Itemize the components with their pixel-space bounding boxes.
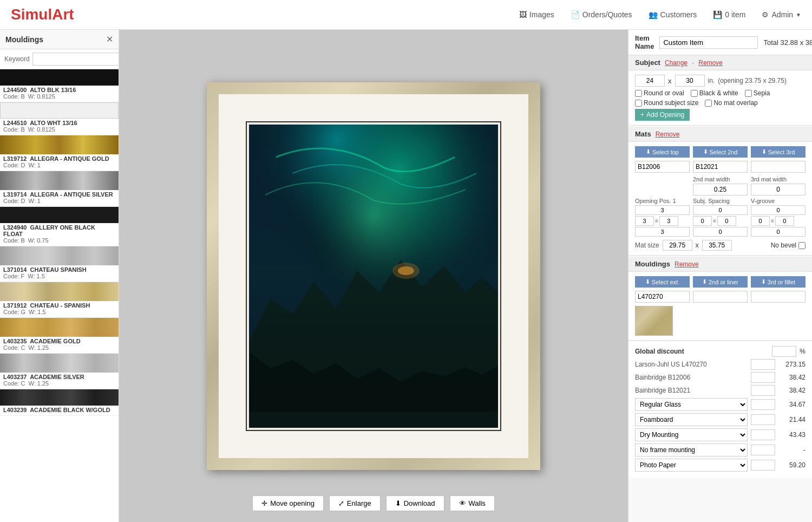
list-item[interactable]: L244500 ALTO BLK 13/16 Code: B W: 0.8125 [0,69,119,102]
total-label: Total 32.88 x 38.88 [763,38,812,47]
pos-bottom-input[interactable] [635,227,690,237]
vgroove-eq2-input[interactable] [775,216,794,226]
photo-paper-dropdown[interactable]: Photo Paper Fine Art Paper Canvas [635,459,748,472]
nav-images[interactable]: 🖼 Images [519,10,554,19]
dry-mounting-discount-input[interactable] [751,429,775,440]
mat2-width-input[interactable] [693,184,748,195]
mat1-code-input[interactable] [635,161,690,173]
subject-section-header: Subject Change - Remove [628,55,812,70]
photo-paper-price: 59.20 [778,461,806,469]
sidebar-search-input[interactable] [32,53,119,66]
no-bevel-checkbox[interactable] [798,242,806,249]
enlarge-icon: ⤢ [338,499,344,507]
add-opening-button[interactable]: + Add Opening [635,109,690,121]
bainbridge2-discount-input[interactable] [751,385,775,396]
move-opening-button[interactable]: ✛ Move opening [252,495,324,511]
vgroove-label: V-groove [751,198,806,204]
list-item[interactable]: L319714 ALLEGRA - ANTIQUE SILVER Code: D… [0,171,119,207]
select-ext-button[interactable]: ⬇ Select ext. [635,276,690,288]
select-2nd-liner-button[interactable]: ⬇ 2nd or liner [693,276,748,288]
list-item[interactable]: L371014 CHATEAU SPANISH Code: F W: 1.5 [0,246,119,282]
bainbridge2-price: 38.42 [778,387,806,394]
nav-customers[interactable]: 👥 Customers [649,10,697,19]
vgroove-bottom-input[interactable] [751,227,806,237]
round-oval-option: Round or oval [635,89,684,97]
glass-discount-input[interactable] [751,399,775,410]
select-top-mat-button[interactable]: ⬇ Select top [635,146,690,158]
moulding-code-input[interactable] [635,291,690,303]
list-item[interactable]: L244510 ALTO WHT 13/16 Code: B W: 0.8125 [0,102,119,135]
mats-remove-link[interactable]: Remove [656,130,680,138]
bainbridge1-discount-input[interactable] [751,372,775,383]
enlarge-button[interactable]: ⤢ Enlarge [329,495,381,511]
mat-size-label: Mat size [635,242,659,249]
nav-item-count[interactable]: 💾 0 item [713,10,745,19]
pos-row1 [635,205,806,215]
select-3rd-fillet-button[interactable]: ⬇ 3rd or fillet [751,276,806,288]
subject-x-label: x [668,77,672,85]
dry-mounting-dropdown-row: Dry Mounting Wet Mounting No Mounting 43… [635,428,806,441]
photo-paper-discount-input[interactable] [751,460,775,471]
global-discount-input[interactable] [772,346,796,357]
admin-chevron-icon: ▼ [796,12,801,18]
list-item[interactable]: L403239 ACADEMIE BLACK W/GOLD [0,389,119,416]
vgroove-eq1-input[interactable] [751,216,770,226]
foamboard-discount-input[interactable] [751,414,775,425]
no-frame-mounting-dropdown[interactable]: No frame mounting Canvas Wrap Float Moun… [635,443,748,456]
subject-height-input[interactable] [675,75,705,87]
list-item[interactable]: L403237 ACADEMIE SILVER Code: C W: 1.25 [0,354,119,389]
sepia-checkbox[interactable] [745,90,752,97]
moulding-code3-input[interactable] [751,291,806,303]
foamboard-dropdown[interactable]: Foamboard Gatorboard [635,413,748,426]
mat-height-size-input[interactable] [702,240,732,251]
mat3-width-input[interactable] [751,184,806,195]
mat-select-row: ⬇ Select top ⬇ Select 2nd ⬇ Select 3rd [635,146,806,158]
subject-change-link[interactable]: Change [665,59,687,67]
sidebar-header: Mouldings ✕ [0,30,119,49]
admin-icon: ⚙ [762,10,769,19]
mouldings-remove-link[interactable]: Remove [675,260,699,268]
moulding-swatch [0,102,119,119]
subject-remove-link[interactable]: Remove [698,59,723,67]
dry-mounting-dropdown[interactable]: Dry Mounting Wet Mounting No Mounting [635,428,748,441]
vgroove1-input[interactable] [751,205,806,215]
list-item[interactable]: L324940 GALLERY ONE BLACK FLOAT Code: B … [0,207,119,246]
pos-eq1-input[interactable] [635,216,654,226]
moulding-code2-input[interactable] [693,291,748,303]
no-mat-overlap-checkbox[interactable] [705,100,712,107]
spacing-eq2-input[interactable] [717,216,736,226]
nav-orders[interactable]: 📄 Orders/Quotes [571,10,632,19]
mat2-code-input[interactable] [693,161,748,173]
black-white-checkbox[interactable] [691,90,698,97]
list-item[interactable]: L403235 ACADEMIE GOLD Code: C W: 1.25 [0,318,119,354]
mat3-code-input[interactable] [751,161,806,173]
spacing-bottom-input[interactable] [693,227,748,237]
no-frame-discount-input[interactable] [751,445,775,455]
spacing1-input[interactable] [693,205,748,215]
no-frame-mounting-dropdown-row: No frame mounting Canvas Wrap Float Moun… [635,443,806,456]
larsonjuhl-discount-input[interactable] [751,359,775,370]
spacing-eq1-input[interactable] [693,216,712,226]
select-2nd-mat-button[interactable]: ⬇ Select 2nd [693,146,748,158]
walls-button[interactable]: 👁 Walls [450,495,495,511]
liner-icon: ⬇ [702,278,707,285]
moulding-swatch [0,69,119,86]
nav-admin[interactable]: ⚙ Admin ▼ [762,10,801,19]
mats-section-header: Mats Remove [628,127,812,142]
sidebar-close-button[interactable]: ✕ [106,34,113,44]
list-item[interactable]: L371912 CHATEAU - SPANISH Code: G W: 1.5 [0,282,119,318]
round-oval-checkbox[interactable] [635,90,642,97]
pos-eq2-input[interactable] [659,216,678,226]
mouldings-panel-title: Mouldings [635,260,670,268]
subject-width-input[interactable] [635,75,665,87]
select-3rd-mat-button[interactable]: ⬇ Select 3rd [751,146,806,158]
mat-width-size-input[interactable] [663,240,692,251]
glass-dropdown[interactable]: Regular Glass No Glass Conservation Glas… [635,398,748,411]
pos1-input[interactable] [635,205,690,215]
pos-bottom-row [635,227,806,237]
round-subject-checkbox[interactable] [635,100,642,107]
fillet-icon: ⬇ [761,278,766,285]
list-item[interactable]: L319712 ALLEGRA - ANTIQUE GOLD Code: D W… [0,135,119,171]
download-button[interactable]: ⬇ Download [386,495,444,511]
item-name-input[interactable] [659,36,758,49]
